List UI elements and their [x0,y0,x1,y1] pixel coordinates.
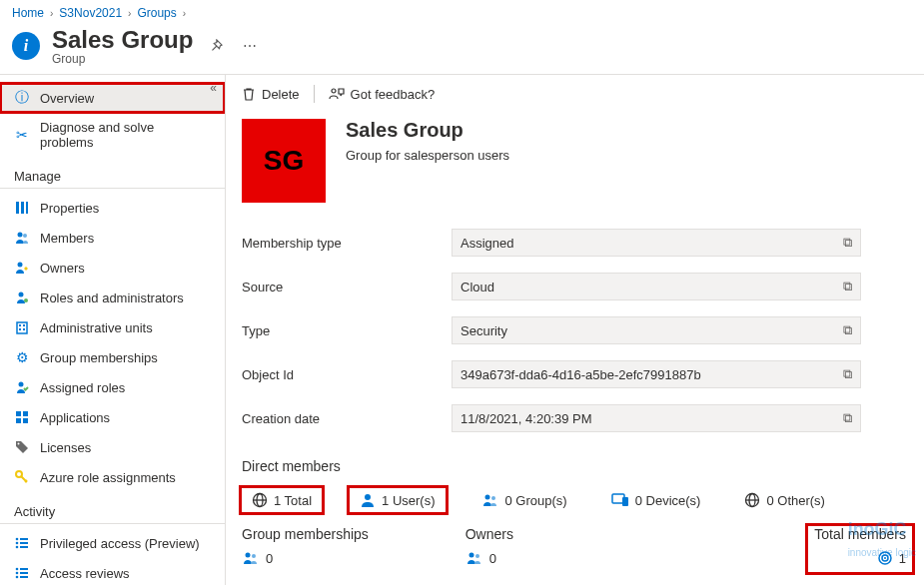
svg-rect-0 [16,202,19,214]
sidebar-item-applications[interactable]: Applications [0,402,225,432]
svg-rect-11 [19,328,21,330]
sidebar-item-members[interactable]: Members [0,223,225,253]
content: Delete Got feedback? SG Sales Group Grou… [226,75,924,585]
key-icon [14,469,30,485]
svg-point-18 [18,443,20,445]
direct-members-heading: Direct members [242,440,912,482]
field-type: Type Security ⧉ [242,308,912,352]
stat-groups[interactable]: 0 Group(s) [473,488,575,512]
delete-button[interactable]: Delete [242,87,300,102]
list-icon [14,535,30,551]
stat-label: 1 Total [274,493,312,508]
copy-icon[interactable]: ⧉ [843,366,852,382]
more-icon[interactable]: ⋯ [239,38,261,54]
page-header: i Sales Group Group ⋯ [0,22,924,74]
sidebar-item-roles[interactable]: Roles and administrators [0,283,225,312]
trash-icon [242,87,256,101]
info-icon: i [12,32,40,60]
sidebar-item-owners[interactable]: Owners [0,253,225,283]
svg-rect-10 [23,324,25,326]
col-count: 0 [266,551,273,566]
feedback-button[interactable]: Got feedback? [329,87,436,102]
members-icon [14,230,30,246]
sidebar-item-diagnose[interactable]: ✂ Diagnose and solve problems [0,113,225,157]
breadcrumb-home[interactable]: Home [12,6,44,20]
chevron-right-icon: › [128,8,131,19]
stat-others[interactable]: 0 Other(s) [736,488,833,512]
stat-total[interactable]: 1 Total [242,488,322,512]
stat-label: 0 Other(s) [766,493,825,508]
field-label: Creation date [242,411,452,426]
tag-icon [14,439,30,455]
svg-point-22 [16,542,19,545]
sidebar-label: Roles and administrators [40,291,184,305]
summary-columns: Group memberships 0 Owners 0 [242,518,912,572]
sidebar-item-privileged[interactable]: Privileged access (Preview) [0,528,225,558]
svg-rect-2 [26,202,28,214]
svg-point-43 [252,554,256,558]
sidebar-label: Group memberships [40,350,158,365]
svg-point-45 [475,554,479,558]
svg-point-4 [23,234,27,238]
copy-icon[interactable]: ⧉ [843,322,852,338]
sidebar-item-licenses[interactable]: Licenses [0,432,225,462]
collapse-icon[interactable]: « [210,81,217,95]
grid-icon [14,409,30,425]
sidebar-item-properties[interactable]: Properties [0,193,225,223]
field-object-id: Object Id 349a673f-dda6-4d16-a5be-2efc79… [242,352,912,396]
svg-point-35 [365,494,371,500]
sidebar-label: Diagnose and solve problems [40,120,211,150]
pin-icon[interactable] [205,39,227,53]
stat-label: 1 User(s) [382,493,435,508]
copy-icon[interactable]: ⧉ [843,235,852,251]
svg-point-37 [491,496,495,500]
breadcrumb-tenant[interactable]: S3Nov2021 [59,6,122,20]
col-count: 1 [899,551,906,566]
roles-icon [14,290,30,305]
stat-users[interactable]: 1 User(s) [350,488,445,512]
field-value[interactable]: Security ⧉ [452,316,861,344]
sidebar-item-group-memberships[interactable]: ⚙ Group memberships [0,342,225,372]
sidebar-item-access-reviews[interactable]: Access reviews [0,558,225,585]
field-value[interactable]: 349a673f-dda6-4d16-a5be-2efc7991887b ⧉ [452,360,861,388]
sidebar-label: Licenses [40,440,91,455]
field-label: Source [242,280,452,294]
field-label: Membership type [242,236,452,251]
col-count: 0 [489,551,496,566]
svg-point-28 [16,572,19,575]
sidebar-item-azure-roles[interactable]: Azure role assignments [0,462,225,492]
stat-devices[interactable]: 0 Device(s) [603,489,709,512]
group-icon [242,550,260,566]
group-tile: SG [242,119,326,203]
sidebar-label: Access reviews [40,566,130,581]
field-value[interactable]: Cloud ⧉ [452,273,861,300]
field-value[interactable]: Assigned ⧉ [452,229,861,257]
sidebar-item-assigned-roles[interactable]: Assigned roles [0,372,225,402]
field-label: Type [242,323,452,338]
col-group-memberships: Group memberships 0 [242,526,465,572]
col-stat[interactable]: 1 [814,550,906,566]
delete-label: Delete [262,87,300,102]
sidebar-label: Owners [40,261,85,276]
sidebar-item-overview[interactable]: ⓘ Overview [0,83,225,113]
breadcrumb-groups[interactable]: Groups [137,6,176,20]
sidebar-section-manage: Manage [0,157,225,189]
col-stat[interactable]: 0 [465,550,689,566]
field-value[interactable]: 11/8/2021, 4:20:39 PM ⧉ [452,404,861,432]
chevron-right-icon: › [183,8,186,19]
copy-icon[interactable]: ⧉ [843,410,852,426]
svg-rect-27 [20,568,28,570]
sidebar-item-admin-units[interactable]: Administrative units [0,312,225,342]
list-icon [14,565,30,581]
wrench-icon: ✂ [14,127,30,143]
sidebar-label: Members [40,231,94,246]
chevron-right-icon: › [50,8,53,19]
svg-rect-12 [23,328,25,330]
svg-rect-29 [20,572,28,574]
svg-rect-15 [23,411,28,416]
copy-icon[interactable]: ⧉ [843,279,852,294]
direct-members-stats: 1 Total 1 User(s) 0 Group(s) 0 Device(s) [242,482,912,518]
svg-point-7 [24,298,28,302]
col-stat[interactable]: 0 [242,550,465,566]
svg-point-6 [19,292,24,297]
